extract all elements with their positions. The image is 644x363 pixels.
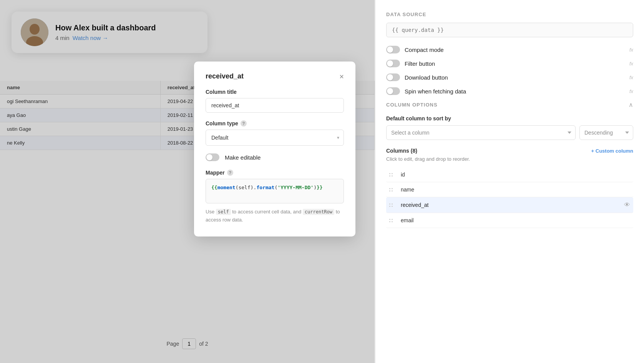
columns-header: Columns (8) + Custom column — [386, 148, 633, 154]
columns-title: Columns (8) — [386, 148, 417, 154]
make-editable-row: Make editable — [206, 153, 344, 161]
mapper-hint: Use self to access current cell data, an… — [206, 208, 344, 224]
columns-hint: Click to edit, drag and drop to reorder. — [386, 156, 633, 162]
spin_fetching-toggle[interactable] — [386, 87, 400, 95]
sort-title: Default column to sort by — [386, 115, 633, 122]
mapper-editor[interactable]: {{moment(self).format('YYYY-MM-DD')}} — [206, 179, 344, 203]
download_button-label: Download button — [405, 74, 448, 81]
make-editable-label: Make editable — [225, 154, 261, 161]
drag-handle-icon — [389, 219, 397, 222]
sort-column-select[interactable]: Select a column — [386, 125, 576, 140]
column-type-label: Column type ? — [206, 120, 344, 127]
download_button-toggle[interactable] — [386, 73, 400, 81]
column-options-title: COLUMN OPTIONS — [386, 102, 438, 108]
mapper-currentrow-code: currentRow — [303, 209, 334, 215]
compact_mode-label: Compact mode — [405, 47, 444, 53]
toggle-row-download_button: Download buttonfx — [386, 73, 633, 81]
column-item-label: id — [401, 172, 630, 178]
modal-close-button[interactable]: × — [339, 73, 344, 80]
column-options-header: COLUMN OPTIONS ∧ — [386, 101, 633, 108]
make-editable-toggle[interactable] — [206, 153, 219, 161]
mapper-self-code: self — [216, 209, 231, 215]
compact_mode-toggle[interactable] — [386, 46, 400, 53]
columns-list: idnamereceived_at👁email — [386, 167, 633, 228]
column-edit-modal: received_at × Column title Column type ?… — [194, 62, 355, 236]
data-source-input[interactable] — [386, 23, 633, 37]
spin_fetching-label: Spin when fetching data — [405, 88, 466, 95]
modal-header: received_at × — [206, 72, 344, 80]
mapper-label: Mapper ? — [206, 170, 344, 176]
download_button-fx-icon: fx — [629, 75, 633, 80]
toggle-row-filter_button: Filter buttonfx — [386, 60, 633, 67]
data-source-title: Data source — [386, 12, 633, 17]
toggles-container: Compact modefxFilter buttonfxDownload bu… — [386, 46, 633, 95]
toggle-row-spin_fetching: Spin when fetching datafx — [386, 87, 633, 95]
column-item-label: email — [401, 217, 630, 223]
modal-title: received_at — [206, 72, 244, 80]
column-options-chevron-icon[interactable]: ∧ — [629, 101, 633, 108]
column-type-select-wrapper: Default Text Number Date Boolean ▾ — [206, 130, 344, 146]
column-item-name[interactable]: name — [386, 182, 633, 197]
custom-column-button[interactable]: + Custom column — [591, 148, 633, 154]
column-item-id[interactable]: id — [386, 167, 633, 182]
drag-handle-icon — [389, 188, 397, 191]
filter_button-fx-icon: fx — [629, 61, 633, 67]
drag-handle-icon — [389, 173, 397, 177]
column-title-input[interactable] — [206, 98, 344, 113]
sort-direction-select[interactable]: Descending Ascending — [579, 125, 633, 140]
toggle-row-compact_mode: Compact modefx — [386, 46, 633, 53]
column-type-select[interactable]: Default Text Number Date Boolean — [206, 130, 344, 146]
column-item-received_at[interactable]: received_at👁 — [386, 197, 633, 213]
column-type-help-icon[interactable]: ? — [241, 120, 247, 127]
drag-handle-icon — [389, 203, 397, 207]
column-item-label: received_at — [401, 202, 624, 208]
column-item-label: name — [401, 186, 630, 193]
filter_button-toggle[interactable] — [386, 60, 400, 67]
right-panel: Data source Compact modefxFilter buttonf… — [375, 0, 644, 363]
visibility-icon[interactable]: 👁 — [624, 201, 630, 208]
column-title-label: Column title — [206, 89, 344, 95]
column-item-email[interactable]: email — [386, 213, 633, 228]
sort-row: Select a column Descending Ascending — [386, 125, 633, 140]
spin_fetching-fx-icon: fx — [629, 88, 633, 94]
filter_button-label: Filter button — [405, 60, 435, 67]
compact_mode-fx-icon: fx — [629, 47, 633, 53]
mapper-help-icon[interactable]: ? — [227, 170, 233, 176]
